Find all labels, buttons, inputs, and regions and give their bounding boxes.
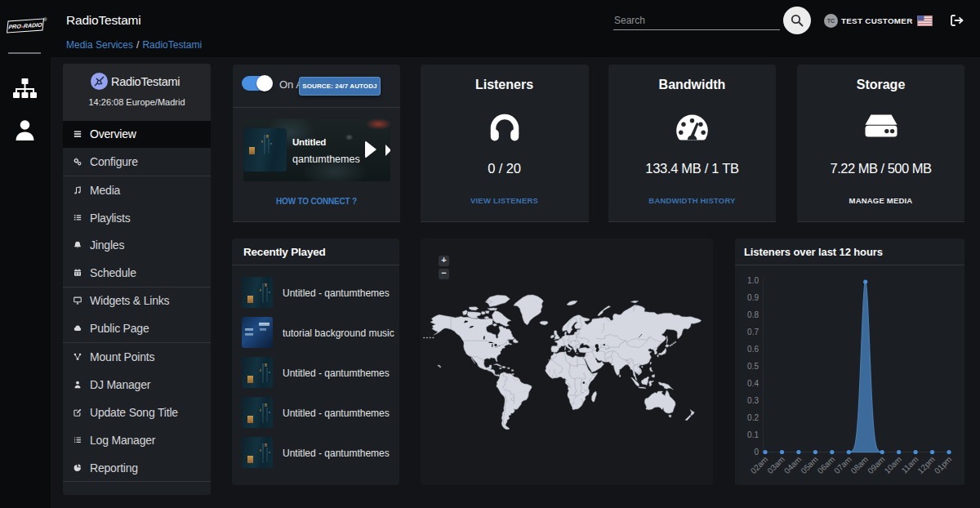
svg-text:09am: 09am <box>866 454 886 475</box>
svg-text:11am: 11am <box>900 454 920 475</box>
svg-text:0.7: 0.7 <box>747 327 759 336</box>
svg-text:0.3: 0.3 <box>747 395 759 404</box>
svg-text:04am: 04am <box>782 454 803 475</box>
svg-text:0.5: 0.5 <box>747 361 759 370</box>
svg-text:12pm: 12pm <box>915 454 936 475</box>
svg-text:0.2: 0.2 <box>747 412 759 421</box>
svg-text:1.0: 1.0 <box>747 275 759 284</box>
svg-text:01pm: 01pm <box>933 454 953 475</box>
svg-text:0.1: 0.1 <box>747 430 759 439</box>
svg-text:0.8: 0.8 <box>747 310 759 319</box>
svg-text:0.4: 0.4 <box>747 378 759 387</box>
svg-text:02am: 02am <box>749 454 769 475</box>
svg-text:05am: 05am <box>799 454 819 475</box>
svg-text:0.9: 0.9 <box>747 292 759 301</box>
svg-text:0: 0 <box>754 447 759 456</box>
svg-text:07am: 07am <box>832 454 853 475</box>
svg-text:0.6: 0.6 <box>747 344 759 353</box>
svg-text:03am: 03am <box>765 454 786 475</box>
svg-text:08am: 08am <box>849 454 870 475</box>
svg-text:10am: 10am <box>883 454 903 475</box>
svg-text:06am: 06am <box>816 454 836 475</box>
